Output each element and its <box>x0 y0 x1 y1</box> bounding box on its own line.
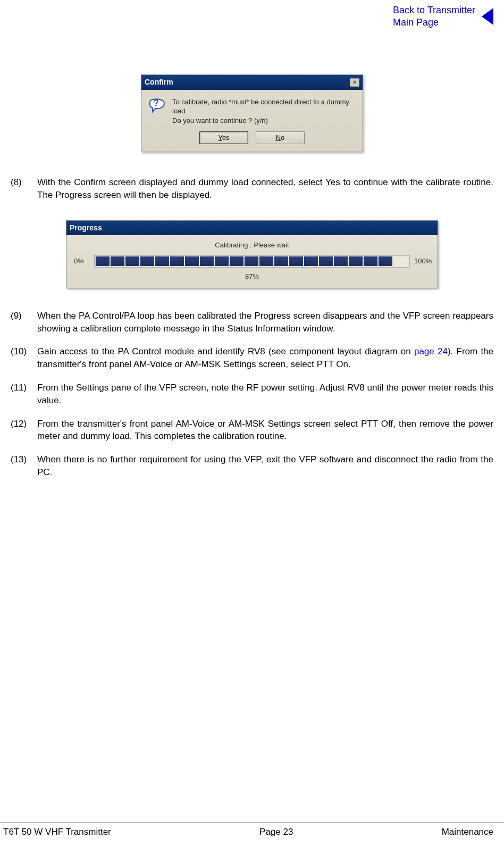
confirm-text-line2: Do you want to continue ? (y/n) <box>172 116 356 126</box>
back-arrow-icon[interactable] <box>482 8 493 25</box>
progress-right-label: 100% <box>414 256 430 266</box>
page-footer: T6T 50 W VHF Transmitter Page 23 Mainten… <box>0 822 504 838</box>
footer-left: T6T 50 W VHF Transmitter <box>3 826 111 838</box>
step-num: (13) <box>11 453 37 479</box>
close-icon[interactable]: ✕ <box>350 78 359 87</box>
footer-right: Maintenance <box>442 826 493 838</box>
footer-center: Page 23 <box>259 826 293 838</box>
step-11: (11) From the Settings pane of the VFP s… <box>11 381 493 407</box>
step-12: (12) From the transmitter's front panel … <box>11 418 493 443</box>
step-num: (9) <box>11 310 37 335</box>
confirm-text-line1: To calibrate, radio *must* be connected … <box>172 97 356 116</box>
no-button[interactable]: No <box>256 131 305 144</box>
confirm-dialog-title: Confirm <box>145 77 173 88</box>
progress-message: Calibrating : Please wait <box>74 240 430 250</box>
step-num: (12) <box>11 418 37 443</box>
step-num: (11) <box>11 381 37 407</box>
step-num: (10) <box>11 345 37 371</box>
back-link-line2: Main Page <box>393 17 439 28</box>
yes-button[interactable]: Yes <box>199 131 248 144</box>
back-link-line1: Back to Transmitter <box>393 5 475 15</box>
step-9: (9) When the PA Control/PA loop has been… <box>11 310 493 335</box>
progress-percent: 87% <box>74 272 430 281</box>
page-link[interactable]: page 24 <box>414 346 448 356</box>
confirm-dialog: Confirm ✕ ? To calibrate, radio *must* b… <box>141 74 363 152</box>
step-8: (8) With the Confirm screen displayed an… <box>11 176 493 202</box>
step-13: (13) When there is no further requiremen… <box>11 453 493 479</box>
progress-bar <box>94 255 410 268</box>
progress-left-label: 0% <box>74 256 90 266</box>
back-link[interactable]: Back to Transmitter Main Page <box>393 4 475 29</box>
step-10: (10) Gain access to the PA Control modul… <box>11 345 493 371</box>
question-icon: ? <box>148 97 166 126</box>
progress-dialog-title: Progress <box>70 223 102 234</box>
svg-text:?: ? <box>154 98 159 107</box>
progress-dialog: Progress Calibrating : Please wait 0% 10… <box>66 220 438 288</box>
step-num: (8) <box>11 176 37 202</box>
